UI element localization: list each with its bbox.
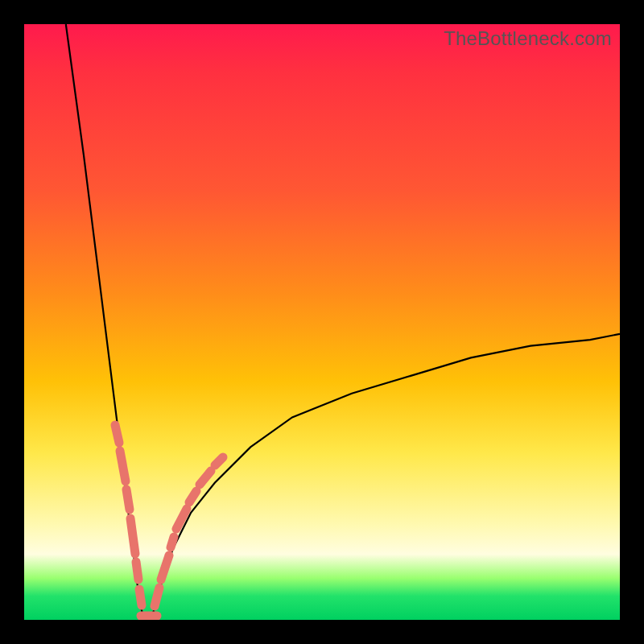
plot-area: TheBottleneck.com <box>24 24 620 620</box>
dash-seg <box>139 589 142 605</box>
dash-seg <box>189 491 196 502</box>
dash-seg <box>200 471 211 485</box>
dash-markers <box>115 425 223 616</box>
dash-seg <box>171 537 174 547</box>
dash-seg <box>126 489 130 510</box>
dash-seg <box>115 425 119 443</box>
dash-seg <box>120 451 126 481</box>
chart-svg <box>24 24 620 620</box>
dash-seg <box>155 588 159 606</box>
bottleneck-curve <box>66 24 620 620</box>
dash-seg <box>161 555 169 580</box>
dash-seg <box>215 457 223 465</box>
dash-seg <box>130 518 135 554</box>
chart-frame: TheBottleneck.com <box>0 0 644 644</box>
dash-seg <box>136 562 138 580</box>
